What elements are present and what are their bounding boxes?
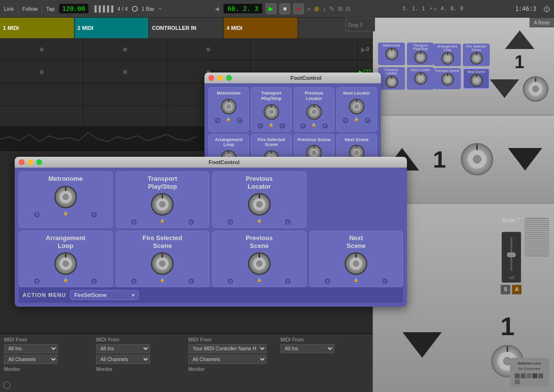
midi-channel-select-3[interactable]: All Channels [188,355,267,364]
track-row-1: ▶ 0 [0,38,373,61]
draw-icon[interactable]: ✎ [329,5,335,13]
large-knob-svg-fire-scene[interactable] [150,251,175,276]
small-knob-svg-metronome[interactable] [220,98,237,115]
large-knob-svg-next-scene[interactable] [344,251,368,276]
c-icon-transport[interactable]: C [279,122,286,129]
c-icon-next-loc[interactable]: C [364,117,371,124]
bpm-display[interactable]: 120.00 [59,3,89,14]
bar-setting[interactable]: 1 Bar [142,6,154,12]
track-header-2[interactable]: 2 MIDI [75,18,149,38]
svg-point-10 [417,75,424,82]
large-knob-svg-prev-scene[interactable] [247,251,272,276]
s-icon-large-prev-loc[interactable]: S [227,219,234,225]
play-button[interactable]: ▶ [266,3,277,14]
mini-knob-6[interactable] [470,51,483,65]
arrow-down-top[interactable] [490,79,519,98]
power-icon[interactable]: ⏻ [543,5,550,13]
cell-3-1[interactable] [0,83,83,106]
minimize-dot-large[interactable] [27,159,33,165]
mini-knob-7[interactable] [441,73,454,86]
midi-from-select-2[interactable]: All Ins [96,344,150,353]
rp-knob-top[interactable] [522,75,549,102]
c-icon-large-next-scene[interactable]: C [381,278,388,285]
link-button[interactable]: Link [4,6,14,12]
c-icon-metronome[interactable]: C [236,117,243,124]
small-knob-svg-transport[interactable] [263,103,280,121]
tap-button[interactable]: Tap [46,6,55,12]
fader-svg[interactable] [504,234,519,273]
large-knob-svg-metronome[interactable] [53,185,78,209]
midi-channel-select-2[interactable]: All Channels [96,355,150,364]
c-icon-large-transport[interactable]: C [188,219,195,225]
rp-knob-mid[interactable] [460,142,494,176]
midi-from-select-1[interactable]: All Ins [4,344,58,353]
stop-button[interactable]: ■ [279,3,290,14]
s-icon-large-fire-scene[interactable]: S [130,278,137,285]
midi-from-select-4[interactable]: All Ins [280,344,334,353]
mini-knob-8[interactable] [470,74,483,87]
midi-channel-select-1[interactable]: All Channels [4,355,58,364]
c-icon-prev-loc[interactable]: C [322,122,328,129]
small-knob-svg-prev-loc[interactable] [305,103,323,121]
play-arrow: ▶ [361,46,366,53]
maximize-dot-small[interactable] [226,75,232,81]
follow-button[interactable]: Follow [22,6,38,12]
cell-4-1[interactable] [0,106,83,128]
s-button[interactable]: S [501,285,510,294]
midi-from-select-3[interactable]: Your MIDI Controller Name Here [188,344,267,353]
cell-1-3[interactable] [167,38,251,61]
c-icon-large-metronome[interactable]: C [91,211,98,218]
cell-1-2[interactable] [83,38,167,61]
action-menu-select-large[interactable]: FireSelScene Metronome Transport Play/St… [70,290,139,300]
cell-1-4[interactable] [251,38,358,61]
s-icon-transport[interactable]: S [257,122,264,129]
large-knob-svg-arr-loop[interactable] [53,251,78,276]
s-icon-large-prev-scene[interactable]: S [227,278,234,285]
rewind-icon[interactable]: ◄ [213,5,220,13]
s-icon-metronome[interactable]: S [214,117,221,124]
small-knob-svg-next-loc[interactable] [348,98,365,115]
minimize-dot-small[interactable] [217,75,223,81]
cell-4-2[interactable] [83,106,167,128]
s-icon-next-loc[interactable]: S [342,117,349,124]
record-button[interactable]: ● [293,3,304,14]
maximize-dot-large[interactable] [36,159,42,165]
c-icon-large-prev-loc[interactable]: C [284,219,291,225]
s-icon-large-next-scene[interactable]: S [324,278,331,285]
c-icon-large-fire-scene[interactable]: C [188,278,195,285]
cell-1-5[interactable]: ▶ 0 [358,38,373,61]
close-dot-small[interactable] [208,75,214,81]
s-icon-large-metronome[interactable]: S [33,211,40,218]
top-toolbar: Link Follow Tap 120.00 ▐▐▐▐▐ 4 / 4 1 Bar… [0,0,554,18]
a-button[interactable]: A [512,285,522,294]
c-icon-large-arr-loop[interactable]: C [91,278,98,285]
overdub-icon[interactable]: ⊕ [314,5,320,13]
mini-knob-4[interactable] [414,72,428,85]
arrow-up-top[interactable] [505,30,534,49]
loop-icon[interactable]: + [307,5,311,13]
track-header-1[interactable]: 1 MIDI [0,18,75,38]
add-icon[interactable]: + [158,5,162,12]
large-knob-svg-transport[interactable] [150,192,175,217]
cell-1-1[interactable] [0,38,83,61]
cell-3-2[interactable] [83,83,167,106]
close-dot-large[interactable] [19,159,25,165]
mini-knob-1[interactable] [385,47,399,61]
mini-cell-1: Metronome [378,43,405,65]
s-icon-large-arr-loop[interactable]: S [33,278,40,285]
track-header-3[interactable]: CONTROLLER IN [149,18,224,38]
mini-knob-3[interactable] [385,75,399,89]
mini-knob-5[interactable] [441,51,454,65]
cell-2-2[interactable] [83,61,167,83]
c-icon-large-prev-scene[interactable]: C [284,278,291,285]
mini-cell-6: Fire Selected Scene [463,44,490,66]
s-icon-large-transport[interactable]: S [130,219,137,225]
s-icon-prev-loc[interactable]: S [300,122,306,129]
large-knob-svg-prev-loc[interactable] [247,192,272,217]
cell-2-1[interactable] [0,61,83,83]
mini-knob-2[interactable] [414,50,428,64]
metronome-icon[interactable]: ♪ [323,5,326,13]
arrow-down-mid[interactable] [508,148,542,171]
track-header-4[interactable]: 4 MIDI [224,18,298,38]
arrow-down-bottom[interactable] [403,332,442,358]
